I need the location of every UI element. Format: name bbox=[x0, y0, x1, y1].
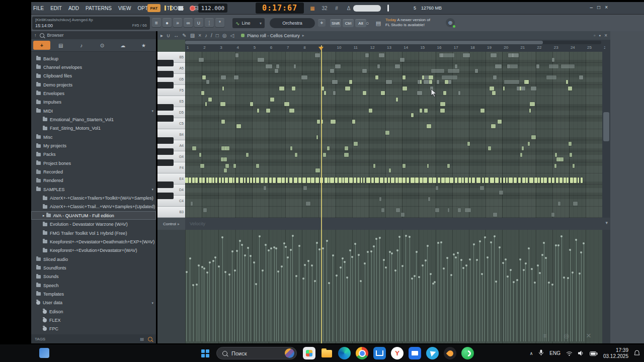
velocity-knob[interactable] bbox=[298, 245, 300, 247]
cart-icon[interactable]: ▤ bbox=[374, 19, 382, 27]
midi-note[interactable] bbox=[476, 177, 480, 183]
midi-note[interactable] bbox=[492, 91, 496, 95]
velocity-stem[interactable] bbox=[581, 252, 582, 341]
velocity-knob[interactable] bbox=[383, 259, 385, 261]
velocity-knob[interactable] bbox=[221, 236, 223, 238]
browser-item[interactable]: Channel envelopes bbox=[31, 63, 156, 71]
browser-item[interactable]: Keepforest+-+Evolution+Devastator+(WAV) bbox=[31, 246, 156, 255]
velocity-knob[interactable] bbox=[234, 269, 236, 272]
midi-note[interactable] bbox=[465, 208, 469, 212]
velocity-knob[interactable] bbox=[405, 235, 407, 237]
midi-note[interactable] bbox=[555, 153, 557, 157]
velocity-stem[interactable] bbox=[215, 257, 216, 341]
velocity-stem[interactable] bbox=[202, 267, 202, 341]
piano-key-black[interactable] bbox=[157, 60, 174, 66]
velocity-knob[interactable] bbox=[285, 246, 287, 248]
velocity-knob[interactable] bbox=[411, 278, 413, 280]
language-indicator[interactable]: ENG bbox=[549, 350, 560, 356]
midi-note[interactable] bbox=[344, 153, 349, 157]
velocity-stem[interactable] bbox=[199, 265, 199, 341]
velocity-knob[interactable] bbox=[545, 257, 547, 259]
midi-note[interactable] bbox=[561, 64, 575, 68]
midi-note[interactable] bbox=[495, 177, 499, 183]
midi-note[interactable] bbox=[208, 98, 211, 102]
midi-note[interactable] bbox=[256, 164, 259, 168]
velocity-stem[interactable] bbox=[266, 245, 266, 341]
velocity-knob[interactable] bbox=[453, 253, 455, 255]
midi-note[interactable] bbox=[371, 177, 374, 183]
midi-note[interactable] bbox=[294, 64, 296, 68]
midi-note[interactable] bbox=[303, 186, 307, 190]
browser-item[interactable]: Emotional_Piano_Starters_Vol1 bbox=[31, 115, 156, 124]
midi-note[interactable] bbox=[403, 86, 407, 90]
velocity-stem[interactable] bbox=[438, 243, 438, 341]
velocity-knob[interactable] bbox=[340, 266, 342, 268]
photos-icon[interactable] bbox=[303, 347, 315, 359]
widgets-icon[interactable] bbox=[39, 348, 49, 358]
midi-note[interactable] bbox=[526, 177, 528, 183]
tags-search-icon[interactable] bbox=[148, 337, 152, 341]
midi-note[interactable] bbox=[534, 177, 537, 183]
midi-note[interactable] bbox=[315, 53, 320, 57]
midi-note[interactable] bbox=[488, 146, 492, 150]
midi-note[interactable] bbox=[554, 164, 556, 168]
midi-note[interactable] bbox=[221, 120, 225, 124]
velocity-knob[interactable] bbox=[551, 284, 553, 286]
velocity-stem[interactable] bbox=[447, 258, 448, 341]
velocity-knob[interactable] bbox=[328, 282, 330, 284]
tempo-display[interactable]: 112.000 bbox=[198, 4, 227, 13]
velocity-knob[interactable] bbox=[326, 240, 328, 242]
midi-note[interactable] bbox=[509, 64, 518, 68]
velocity-knob[interactable] bbox=[239, 240, 241, 242]
velocity-stem[interactable] bbox=[286, 247, 286, 341]
midi-note[interactable] bbox=[573, 164, 575, 168]
velocity-knob[interactable] bbox=[579, 273, 581, 275]
minimize-button[interactable]: – bbox=[590, 5, 593, 10]
mail-icon[interactable] bbox=[409, 347, 421, 359]
midi-note[interactable] bbox=[403, 164, 406, 168]
midi-note[interactable] bbox=[199, 177, 202, 183]
velocity-knob[interactable] bbox=[499, 246, 501, 248]
midi-note[interactable] bbox=[523, 86, 525, 90]
draw-tool-icon[interactable]: ✎ bbox=[182, 33, 186, 38]
midi-note[interactable] bbox=[294, 177, 297, 183]
midi-note[interactable] bbox=[578, 177, 580, 183]
midi-note[interactable] bbox=[491, 124, 496, 128]
midi-note[interactable] bbox=[579, 75, 583, 79]
midi-note[interactable] bbox=[363, 177, 365, 183]
velocity-knob[interactable] bbox=[281, 265, 283, 267]
velocity-stem[interactable] bbox=[361, 281, 361, 341]
midi-note[interactable] bbox=[564, 177, 566, 183]
velocity-stem[interactable] bbox=[558, 245, 558, 341]
velocity-stem[interactable] bbox=[529, 248, 529, 341]
vertical-scrollbar-thumb[interactable] bbox=[603, 112, 609, 141]
midi-note[interactable] bbox=[447, 164, 450, 168]
midi-note[interactable] bbox=[437, 80, 439, 84]
midi-note[interactable] bbox=[395, 177, 398, 183]
velocity-stem[interactable] bbox=[395, 270, 396, 341]
midi-note[interactable] bbox=[436, 186, 438, 190]
velocity-knob[interactable] bbox=[555, 244, 557, 246]
close-panel-icon[interactable]: × bbox=[604, 33, 607, 38]
velocity-knob[interactable] bbox=[379, 237, 381, 239]
velocity-knob[interactable] bbox=[457, 252, 459, 254]
midi-note[interactable] bbox=[531, 86, 536, 90]
midi-note[interactable] bbox=[202, 75, 206, 79]
midi-note[interactable] bbox=[323, 153, 326, 157]
midi-note[interactable] bbox=[448, 69, 459, 73]
midi-note[interactable] bbox=[286, 177, 287, 183]
midi-note[interactable] bbox=[427, 124, 432, 128]
velocity-stem[interactable] bbox=[482, 274, 482, 341]
velocity-stem[interactable] bbox=[412, 279, 413, 341]
velocity-stem[interactable] bbox=[535, 283, 535, 341]
velocity-stem[interactable] bbox=[271, 248, 271, 341]
velocity-stem[interactable] bbox=[336, 276, 337, 342]
midi-note[interactable] bbox=[391, 177, 394, 183]
velocity-stem[interactable] bbox=[561, 236, 562, 341]
velocity-knob[interactable] bbox=[373, 245, 375, 247]
note-grid[interactable] bbox=[185, 52, 602, 218]
microphone-icon[interactable] bbox=[538, 349, 544, 358]
velocity-stem[interactable] bbox=[410, 237, 410, 341]
velocity-stem[interactable] bbox=[278, 272, 279, 341]
velocity-knob[interactable] bbox=[575, 239, 577, 241]
